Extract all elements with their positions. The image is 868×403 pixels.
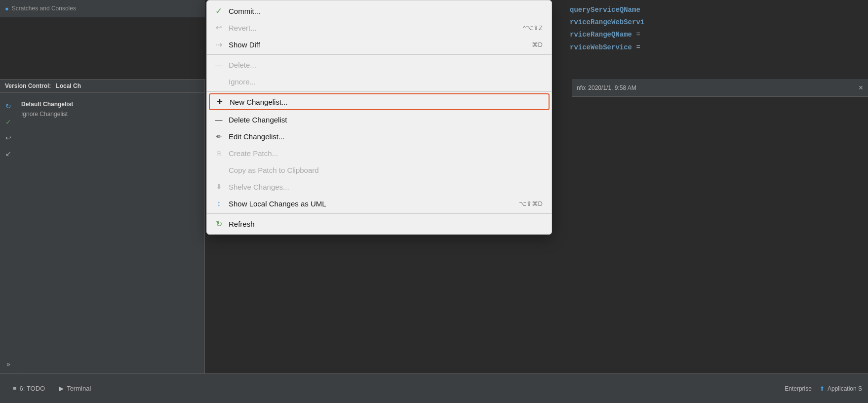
ignore-icon xyxy=(214,77,224,86)
status-tab-todo[interactable]: ≡ 6: TODO xyxy=(6,374,52,403)
status-right: Enterprise ⬆ Application S xyxy=(785,385,862,392)
application-label: Application S xyxy=(828,385,862,392)
scratch-icon: ● xyxy=(5,5,9,12)
code-line-3: rviceRangeQName = xyxy=(570,29,860,41)
code-line-2: rviceRangeWebServi xyxy=(570,16,860,29)
delete-label: Delete... xyxy=(229,61,543,69)
terminal-label: Terminal xyxy=(67,385,91,392)
revert-label: Revert... xyxy=(229,24,498,32)
show-uml-label: Show Local Changes as UML xyxy=(229,200,494,208)
right-code-content: queryServiceQName rviceRangeWebServi rvi… xyxy=(562,0,868,58)
delete-icon: — xyxy=(214,60,224,70)
context-menu: ✓ Commit... ↩ Revert... ^⌥⇧Z ⇢ Show Diff… xyxy=(206,0,552,235)
vc-header: Version Control: Local Ch xyxy=(0,80,204,93)
show-uml-icon: ↕ xyxy=(214,199,224,208)
close-button[interactable]: × xyxy=(859,83,863,92)
scratch-panel-header: ● Scratches and Consoles xyxy=(0,0,205,17)
commit-toolbar-icon[interactable]: ✓ xyxy=(3,117,14,127)
menu-item-ignore[interactable]: Ignore... xyxy=(207,73,552,90)
refresh-toolbar-icon[interactable]: ↻ xyxy=(3,101,14,112)
refresh-icon: ↻ xyxy=(214,219,224,229)
application-icon: ⬆ xyxy=(820,385,825,392)
info-text: nfo: 2020/1/1, 9:58 AM xyxy=(577,84,636,91)
enterprise-label: Enterprise xyxy=(785,385,812,392)
show-diff-shortcut: ⌘D xyxy=(512,41,543,48)
edit-changelist-label: Edit Changelist... xyxy=(229,132,543,141)
menu-item-new-changelist[interactable]: + New Changelist... xyxy=(209,93,550,110)
update-toolbar-icon[interactable]: ↙ xyxy=(3,148,14,159)
terminal-icon: ▶ xyxy=(59,385,64,392)
application-item[interactable]: ⬆ Application S xyxy=(820,385,862,392)
info-bar: nfo: 2020/1/1, 9:58 AM × xyxy=(572,79,868,97)
menu-item-refresh[interactable]: ↻ Refresh xyxy=(207,215,552,232)
show-diff-label: Show Diff xyxy=(229,40,507,49)
show-diff-icon: ⇢ xyxy=(214,40,224,49)
commit-icon: ✓ xyxy=(214,6,224,16)
scratch-panel-title: Scratches and Consoles xyxy=(12,5,76,12)
revert-icon: ↩ xyxy=(214,23,224,33)
vc-panel: Version Control: Local Ch ↻ ✓ ↩ ↙ » Defa… xyxy=(0,79,205,373)
copy-patch-icon xyxy=(214,165,224,175)
refresh-label: Refresh xyxy=(229,220,543,228)
changelist-item: Ignore Changelist xyxy=(21,110,200,119)
vc-toolbar: ↻ ✓ ↩ ↙ » xyxy=(0,97,17,373)
menu-item-revert[interactable]: ↩ Revert... ^⌥⇧Z xyxy=(207,19,552,36)
new-changelist-icon: + xyxy=(215,97,225,107)
changelist-title: Default Changelist xyxy=(21,101,200,108)
new-changelist-label: New Changelist... xyxy=(230,98,542,106)
log-toolbar-icon[interactable]: » xyxy=(3,359,14,369)
separator-3 xyxy=(207,213,552,214)
enterprise-item: Enterprise xyxy=(785,385,812,392)
delete-changelist-label: Delete Changelist xyxy=(229,116,543,124)
commit-label: Commit... xyxy=(229,7,543,15)
separator-1 xyxy=(207,54,552,55)
menu-item-shelve[interactable]: ⬇ Shelve Changes... xyxy=(207,178,552,195)
delete-changelist-icon: — xyxy=(214,115,224,124)
ignore-label: Ignore... xyxy=(229,78,543,86)
menu-item-delete[interactable]: — Delete... xyxy=(207,56,552,73)
menu-item-create-patch[interactable]: ⎘ Create Patch... xyxy=(207,145,552,161)
menu-item-show-diff[interactable]: ⇢ Show Diff ⌘D xyxy=(207,36,552,53)
menu-item-commit[interactable]: ✓ Commit... xyxy=(207,2,552,19)
vc-content: Default Changelist Ignore Changelist xyxy=(17,97,204,373)
menu-item-delete-changelist[interactable]: — Delete Changelist xyxy=(207,111,552,128)
menu-item-copy-patch[interactable]: Copy as Patch to Clipboard xyxy=(207,161,552,178)
shelve-label: Shelve Changes... xyxy=(229,183,543,191)
separator-2 xyxy=(207,91,552,92)
create-patch-icon: ⎘ xyxy=(214,148,224,158)
create-patch-label: Create Patch... xyxy=(229,149,543,158)
vc-header-label: Version Control: Local Ch xyxy=(5,82,81,89)
edit-changelist-icon: ✏ xyxy=(214,131,224,141)
shelve-icon: ⬇ xyxy=(214,182,224,192)
menu-item-edit-changelist[interactable]: ✏ Edit Changelist... xyxy=(207,128,552,145)
status-tab-terminal[interactable]: ▶ Terminal xyxy=(52,374,98,403)
code-line-1: queryServiceQName xyxy=(570,4,860,16)
show-uml-shortcut: ⌥⇧⌘D xyxy=(499,200,543,207)
copy-patch-label: Copy as Patch to Clipboard xyxy=(229,166,543,174)
menu-item-show-uml[interactable]: ↕ Show Local Changes as UML ⌥⇧⌘D xyxy=(207,195,552,212)
code-line-4: rviceWebService = xyxy=(570,41,860,54)
todo-icon: ≡ xyxy=(13,385,17,392)
revert-shortcut: ^⌥⇧Z xyxy=(503,24,543,32)
status-bar: ≡ 6: TODO ▶ Terminal Enterprise ⬆ Applic… xyxy=(0,373,868,403)
todo-label: 6: TODO xyxy=(20,385,45,392)
revert-toolbar-icon[interactable]: ↩ xyxy=(3,132,14,143)
